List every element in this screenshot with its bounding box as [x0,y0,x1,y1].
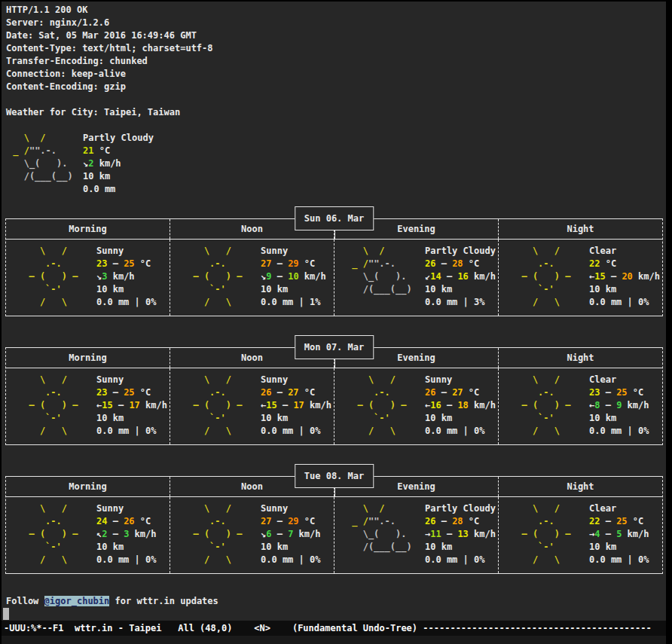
forecast-body-row: \ / .-. – ( ) – `-' / \Sunny23 – 25 °C↘3… [6,240,662,316]
weather-info: Sunny26 – 27 °C←16 – 18 km/h10 km0.0 mm … [425,374,496,438]
text-piece: km/h [107,271,134,282]
text-piece: km/h [140,400,167,411]
text-piece: – [435,516,452,526]
text-piece: km/h [469,271,496,282]
ascii-art-line: \ / [347,502,417,515]
text-piece: – [606,271,622,282]
info-line: 22 °C [589,258,660,270]
text-piece: – [107,516,124,526]
info-line: 10 km [96,412,167,425]
forecast-day-table: Tue 08. MarMorningNoonEveningNight \ / .… [5,476,663,574]
info-line: 10 km [96,541,157,554]
info-line: Partly Cloudy [83,132,154,145]
text-piece: 15 [266,400,276,411]
text-piece: "".-. [29,145,57,156]
ascii-art-line: .-. [182,258,253,270]
forecast-cell: \ / _ /"".-. \_( ). /(___(__)Partly Clou… [334,240,498,316]
info-line: 27 – 29 °C [261,515,321,528]
text-piece: – [271,516,288,526]
text-piece: .-. [18,516,62,526]
text-piece: – ( ) – [18,529,78,539]
text-piece: .-. [511,516,554,526]
text-piece: 10 km [425,542,452,552]
ascii-art-line: – ( ) – [347,399,417,412]
text-piece: Clear [589,503,616,514]
http-header-line: Connection: keep-alive [6,68,666,81]
info-line: 26 – 28 °C [425,258,496,270]
text-piece: Partly Cloudy [425,246,496,256]
text-piece: \ / [8,133,46,143]
text-piece: 10 km [96,542,124,552]
period-header: Night [498,477,662,496]
text-piece: 10 km [425,284,452,295]
text-piece: – ( ) – [182,529,242,539]
info-line: 26 – 27 °C [261,386,331,399]
weather-info: Sunny26 – 27 °C←15 – 17 km/h10 km0.0 mm … [261,374,331,438]
text-piece: / \ [182,297,231,307]
text-piece: 25 [124,387,134,398]
text-piece: `-' [511,284,554,295]
text-piece: 0.0 mm | 1% [261,297,320,307]
ascii-art-line: \ / [347,245,417,258]
forecast-cell: \ / .-. – ( ) – `-' / \Sunny23 – 25 °C↘3… [6,240,170,316]
weather-art: \ / .-. – ( ) – `-' / \ [499,502,582,566]
text-piece: `-' [511,542,554,552]
weather-info: Sunny27 – 29 °C↘6 – 7 km/h10 km0.0 mm | … [261,502,321,566]
weather-info: Sunny23 – 25 °C←15 – 17 km/h10 km0.0 mm … [96,374,167,438]
text-piece: 0.0 mm | 0% [589,554,649,565]
text-piece: 18 [457,400,468,411]
text-piece: 10 km [261,284,288,295]
ascii-art-line: / \ [347,425,417,438]
text-piece: – [107,258,124,269]
forecast-tables: Sun 06. MarMorningNoonEveningNight \ / .… [2,218,666,574]
info-line: ←15 – 17 km/h [261,399,331,412]
text-piece: 16 [457,271,468,282]
text-piece: – ( ) – [182,271,242,282]
text-piece: Clear [589,246,616,256]
http-header-line: HTTP/1.1 200 OK [6,4,666,17]
weather-art: \ / .-. – ( ) – `-' / \ [334,374,417,438]
info-line: Clear [589,502,649,515]
info-line: 10 km [83,170,154,183]
ascii-art-line: `-' [182,283,253,296]
forecast-cell: \ / _ /"".-. \_( ). /(___(__)Partly Clou… [334,497,498,573]
text-piece: 27 [261,516,271,526]
text-piece: – [441,400,458,411]
text-piece: 0.0 mm | 0% [96,554,156,565]
text-piece: 25 [616,516,627,526]
text-piece: / \ [511,297,560,307]
text-piece: /(___(__) [347,542,412,552]
text-piece: – [271,258,288,269]
echo-area [2,636,666,644]
forecast-day-table: Sun 06. MarMorningNoonEveningNight \ / .… [5,218,663,316]
text-piece: 10 km [261,413,288,423]
twitter-handle[interactable]: @igor_chubin [44,596,110,606]
text-piece: 22 [589,516,600,526]
weather-info: Sunny27 – 29 °C↘9 – 10 km/h10 km0.0 mm |… [261,245,326,309]
info-line: ↙14 – 16 km/h [425,270,496,283]
text-piece: _ / [347,516,368,526]
date-box-tick [334,230,335,240]
info-line: 23 – 25 °C [96,386,167,399]
text-piece: 10 km [83,171,110,182]
text-piece: \ / [347,374,396,385]
ascii-art-line: `-' [511,541,582,554]
follow-suffix: for wttr.in updates [109,596,218,606]
text-piece: \ / [182,374,231,385]
info-line: 10 km [425,283,496,296]
text-piece: 25 [616,387,627,398]
info-line: ↘3 km/h [96,270,156,283]
text-piece: 10 km [589,284,616,295]
text-piece: 17 [293,400,304,411]
text-piece: °C [299,258,316,269]
text-piece: Clear [589,374,616,385]
text-piece: Partly Cloudy [425,503,496,514]
info-line: Partly Cloudy [425,245,496,258]
weather-info: Sunny24 – 26 °C↖2 – 3 km/h10 km0.0 mm | … [96,502,157,566]
text-piece: Partly Cloudy [83,133,154,143]
text-piece: 24 [96,516,107,526]
text-piece: 26 [425,258,435,269]
text-piece: \ / [347,503,385,514]
ascii-art-line: \ / [511,245,582,258]
text-piece: \ / [511,503,560,514]
